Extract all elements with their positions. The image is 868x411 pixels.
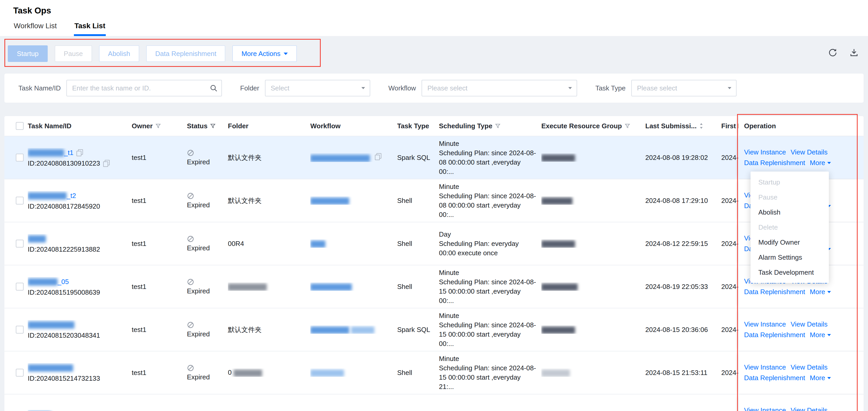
- view-details-link[interactable]: View Details: [790, 320, 828, 328]
- last-submission-time: 2024-08-08 19:28:02: [645, 154, 708, 161]
- view-instance-link[interactable]: View Instance: [744, 406, 786, 411]
- owner: test1: [132, 326, 146, 334]
- task-type: Shell: [397, 240, 412, 248]
- expired-status-icon: [187, 235, 194, 243]
- task-id: ID:20240808172845920: [28, 202, 100, 211]
- more-actions-button[interactable]: More Actions: [232, 45, 297, 62]
- chevron-down-icon: [362, 87, 365, 89]
- expired-status-icon: [187, 321, 194, 328]
- scheduling-type: Minute: [439, 268, 535, 277]
- task-type: Spark SQL: [397, 154, 430, 161]
- workflow-select[interactable]: Please select: [422, 80, 577, 96]
- sort-icon[interactable]: [699, 123, 703, 129]
- menu-item-alarm-settings[interactable]: Alarm Settings: [750, 250, 829, 265]
- table-row[interactable]: _t1 ID:20240808130910223 test1 Expired 默…: [4, 136, 864, 179]
- folder: 0: [228, 369, 231, 376]
- last-submission-time: 2024-08-15 21:53:11: [645, 369, 708, 377]
- startup-button[interactable]: Startup: [8, 45, 48, 62]
- redacted-workflow: [351, 326, 374, 334]
- data-replenishment-link[interactable]: Data Replenishment: [744, 288, 805, 296]
- toolbar: Startup Pause Abolish Data Replenishment…: [8, 45, 297, 62]
- tab-workflow-list[interactable]: Workflow List: [13, 22, 57, 36]
- task-name-link[interactable]: _t1: [64, 149, 73, 157]
- row-checkbox[interactable]: [16, 326, 24, 334]
- expired-status-icon: [187, 278, 194, 286]
- data-replenishment-link[interactable]: Data Replenishment: [744, 159, 805, 167]
- menu-item-pause: Pause: [750, 190, 829, 205]
- task-id: ID:20240808130910223: [28, 159, 100, 167]
- table-row[interactable]: _05 ID:20240815195008639 test1 Expired S…: [4, 265, 864, 308]
- data-replenishment-link[interactable]: Data Replenishment: [744, 374, 805, 382]
- copy-icon[interactable]: [103, 160, 110, 167]
- folder: 默认文件夹: [228, 154, 261, 161]
- filter-funnel-icon[interactable]: [495, 123, 501, 129]
- row-checkbox[interactable]: [16, 154, 24, 161]
- tab-task-list[interactable]: Task List: [74, 22, 106, 36]
- status-text: Expired: [187, 287, 210, 295]
- more-link[interactable]: More: [810, 331, 831, 339]
- table-row[interactable]: _t2 ID:20240808172845920 test1 Expired 默…: [4, 179, 864, 222]
- menu-item-modify-owner[interactable]: Modify Owner: [750, 235, 829, 250]
- task-type: Shell: [397, 197, 412, 204]
- redacted-task-name: [28, 149, 64, 157]
- data-replenishment-link[interactable]: Data Replenishment: [744, 331, 805, 339]
- filter-funnel-icon[interactable]: [155, 123, 161, 129]
- data-replenishment-button[interactable]: Data Replenishment: [146, 45, 225, 62]
- pause-button[interactable]: Pause: [55, 45, 92, 62]
- search-icon[interactable]: [210, 84, 218, 94]
- view-details-link[interactable]: View Details: [790, 406, 828, 411]
- view-instance-link[interactable]: View Instance: [744, 148, 786, 156]
- row-checkbox[interactable]: [16, 240, 24, 248]
- filter-bar: Task Name/ID Folder Select Workflow: [4, 73, 864, 103]
- filter-funnel-icon[interactable]: [625, 123, 630, 129]
- filter-funnel-icon[interactable]: [210, 123, 216, 129]
- folder: 00R4: [228, 240, 244, 248]
- redacted-task-name: [28, 321, 74, 328]
- abolish-button[interactable]: Abolish: [99, 45, 139, 62]
- table-row[interactable]: unfix_shell1 Minute View Instance: [4, 394, 864, 411]
- view-instance-link[interactable]: View Instance: [744, 320, 786, 328]
- select-all-checkbox[interactable]: [16, 122, 24, 130]
- scheduling-plan: Scheduling Plan: since 2024-08-08 00:00:…: [439, 191, 536, 219]
- view-instance-link[interactable]: View Instance: [744, 363, 786, 371]
- task-type-select[interactable]: Please select: [631, 80, 737, 96]
- scheduling-type: Minute: [439, 182, 535, 191]
- copy-icon[interactable]: [375, 153, 381, 160]
- more-link[interactable]: More: [810, 159, 831, 167]
- table-row[interactable]: ID:20240812225913882 test1 Expired 00R4 …: [4, 222, 864, 265]
- redacted-workflow: [310, 326, 349, 334]
- view-details-link[interactable]: View Details: [790, 363, 828, 371]
- row-checkbox[interactable]: [16, 197, 24, 204]
- chevron-down-icon: [827, 291, 831, 293]
- folder-select[interactable]: Select: [265, 80, 370, 96]
- refresh-icon[interactable]: [828, 48, 838, 58]
- search-input[interactable]: [66, 80, 222, 96]
- task-name-link[interactable]: _05: [58, 278, 69, 286]
- scheduling-plan: Scheduling Plan: since 2024-08-08 00:00:…: [439, 148, 536, 176]
- more-link[interactable]: More: [810, 288, 831, 296]
- page-title: Task Ops: [13, 6, 51, 15]
- operation-cell: View Instance View Details Data Replenis…: [738, 308, 864, 351]
- download-icon[interactable]: [849, 48, 859, 58]
- chevron-down-icon: [284, 53, 288, 55]
- scheduling-plan: Scheduling Plan: since 2024-08-15 00:00:…: [439, 277, 536, 305]
- redacted-task-name: [28, 192, 67, 199]
- table-row[interactable]: ID:20240815214732133 test1 Expired 0 She…: [4, 351, 864, 394]
- menu-item-task-development[interactable]: Task Development: [750, 265, 829, 280]
- table-row[interactable]: ID:20240815203048341 test1 Expired 默认文件夹…: [4, 308, 864, 351]
- chevron-down-icon: [728, 87, 732, 89]
- expired-status-icon: [187, 365, 194, 372]
- owner: test1: [132, 240, 146, 248]
- owner: test1: [132, 369, 146, 377]
- more-link[interactable]: More: [810, 374, 831, 382]
- last-submission-time: 2024-08-08 17:29:10: [645, 197, 708, 204]
- redacted-resource-group: [541, 284, 578, 291]
- status-text: Expired: [187, 201, 210, 209]
- view-details-link[interactable]: View Details: [790, 148, 828, 156]
- copy-icon[interactable]: [76, 149, 83, 156]
- task-name-link[interactable]: _t2: [67, 192, 76, 200]
- expired-status-icon: [187, 192, 194, 199]
- menu-item-abolish[interactable]: Abolish: [750, 205, 829, 220]
- row-checkbox[interactable]: [16, 283, 24, 290]
- row-checkbox[interactable]: [16, 369, 24, 377]
